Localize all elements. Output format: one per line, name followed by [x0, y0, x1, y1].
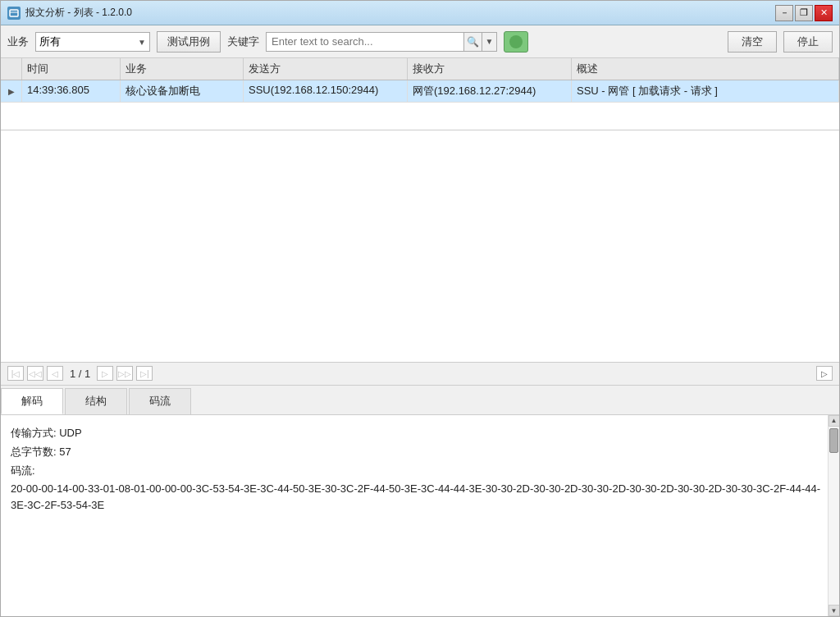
first-page-button[interactable]: |◁: [7, 366, 24, 381]
vertical-scrollbar[interactable]: ▲ ▼: [828, 415, 839, 617]
total-bytes-line: 总字节数: 57: [11, 442, 823, 461]
table-row[interactable]: ▶ 14:39:36.805 核心设备加断电 SSU(192.168.12.15…: [1, 80, 839, 103]
table-container: 时间 业务 发送方 接收方 概述 ▶ 14:39:36.805 核心设备加断电 …: [1, 58, 839, 130]
tab-content-area: 传输方式: UDP 总字节数: 57 码流: 20-00-00-14-00-33…: [1, 415, 839, 617]
svg-rect-0: [10, 10, 18, 16]
tab-structure[interactable]: 结构: [65, 388, 127, 414]
bottom-panel: 解码 结构 码流 传输方式: UDP 总字节数: 57 码流: 20-00-00…: [1, 386, 839, 617]
window-title: 报文分析 - 列表 - 1.2.0.0: [25, 6, 132, 20]
tab-bar: 解码 结构 码流: [1, 386, 839, 415]
search-input[interactable]: [267, 33, 463, 51]
cell-time: 14:39:36.805: [22, 80, 121, 102]
stop-button[interactable]: 停止: [783, 31, 833, 53]
prev-prev-page-button[interactable]: ◁◁: [27, 366, 43, 381]
expand-icon[interactable]: ▶: [1, 80, 22, 102]
search-button[interactable]: 🔍: [463, 33, 482, 51]
prev-page-button[interactable]: ◁: [47, 366, 63, 381]
cell-service: 核心设备加断电: [121, 80, 244, 102]
header-service: 业务: [121, 58, 244, 80]
header-sender: 发送方: [244, 58, 408, 80]
pagination-bar: |◁ ◁◁ ◁ 1 / 1 ▷ ▷▷ ▷| ▷: [1, 363, 839, 386]
scroll-track: [829, 427, 839, 606]
next-page-button[interactable]: ▷: [97, 366, 113, 381]
table-header: 时间 业务 发送方 接收方 概述: [1, 58, 839, 80]
header-time: 时间: [22, 58, 121, 80]
next-next-page-button[interactable]: ▷▷: [116, 366, 133, 381]
toolbar: 业务 所有 ▼ 测试用例 关键字 🔍 ▼ 清空 停止: [1, 25, 839, 58]
transport-line: 传输方式: UDP: [11, 423, 823, 442]
green-indicator-icon: [509, 35, 523, 48]
title-bar-left: 报文分析 - 列表 - 1.2.0.0: [7, 6, 132, 20]
bitstream-label-line: 码流:: [11, 461, 823, 480]
cell-description: SSU - 网管 [ 加载请求 - 请求 ]: [572, 80, 839, 102]
keyword-label: 关键字: [227, 34, 259, 49]
close-button[interactable]: ✕: [815, 5, 833, 21]
tab-decode[interactable]: 解码: [1, 388, 63, 414]
service-select-wrapper[interactable]: 所有 ▼: [35, 32, 150, 52]
service-label: 业务: [7, 34, 29, 49]
main-window: 报文分析 - 列表 - 1.2.0.0 － ❐ ✕ 业务 所有 ▼ 测试用例 关…: [0, 0, 840, 617]
scroll-right-button[interactable]: ▷: [816, 366, 833, 381]
green-indicator-button[interactable]: [504, 31, 528, 53]
cell-sender: SSU(192.168.12.150:2944): [244, 80, 408, 102]
page-info: 1 / 1: [70, 368, 90, 380]
clear-button[interactable]: 清空: [728, 31, 777, 53]
minimize-button[interactable]: －: [775, 5, 793, 21]
scroll-down-button[interactable]: ▼: [829, 605, 840, 616]
cell-receiver: 网管(192.168.12.27:2944): [408, 80, 572, 102]
bitstream-data-line: 20-00-00-14-00-33-01-08-01-00-00-00-3C-5…: [11, 481, 823, 515]
window-controls: － ❐ ✕: [775, 5, 833, 21]
table-body: ▶ 14:39:36.805 核心设备加断电 SSU(192.168.12.15…: [1, 80, 839, 130]
tab-bitstream[interactable]: 码流: [129, 388, 191, 414]
scroll-thumb[interactable]: [829, 428, 838, 453]
last-page-button[interactable]: ▷|: [136, 366, 153, 381]
restore-button[interactable]: ❐: [795, 5, 813, 21]
title-bar: 报文分析 - 列表 - 1.2.0.0 － ❐ ✕: [1, 1, 839, 25]
search-dropdown-button[interactable]: ▼: [482, 33, 496, 51]
service-select[interactable]: 所有: [39, 35, 146, 48]
search-box: 🔍 ▼: [266, 32, 497, 52]
header-description: 概述: [572, 58, 839, 80]
header-expand: [1, 58, 22, 80]
header-receiver: 接收方: [408, 58, 572, 80]
empty-table-area: [1, 130, 839, 363]
decode-content: 传输方式: UDP 总字节数: 57 码流: 20-00-00-14-00-33…: [11, 423, 823, 515]
app-icon: [7, 7, 21, 20]
test-case-button[interactable]: 测试用例: [157, 31, 221, 53]
scroll-up-button[interactable]: ▲: [829, 415, 840, 427]
